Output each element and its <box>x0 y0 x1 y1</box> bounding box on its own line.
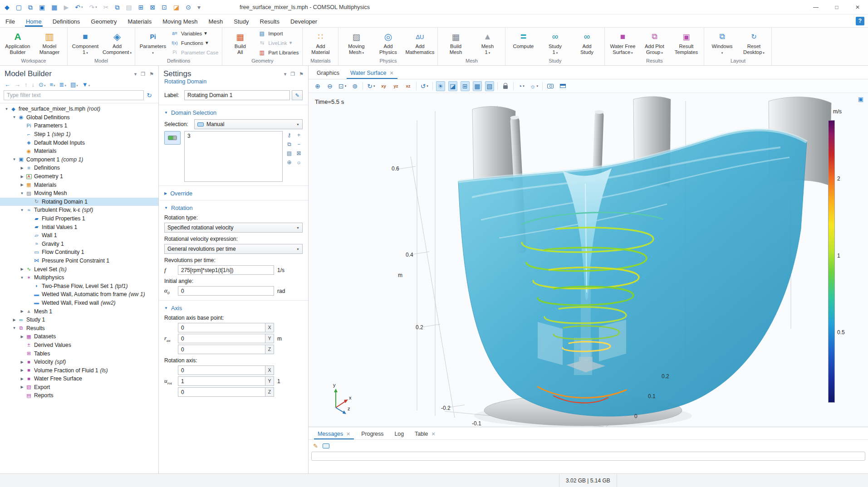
tab-moving-mesh[interactable]: Moving Mesh <box>157 16 203 26</box>
customize-icon[interactable]: ▾ <box>197 4 201 10</box>
move-down-icon[interactable]: ↓ <box>32 82 35 88</box>
tab-home[interactable]: Home <box>20 16 47 26</box>
paste-icon[interactable]: ▤ <box>287 150 292 156</box>
moving-mesh-button[interactable]: ▨MovingMesh ▾ <box>340 29 372 57</box>
tree-item-derived-values[interactable]: ±Derived Values <box>0 341 158 350</box>
activate-selection-toggle[interactable] <box>164 131 181 145</box>
save-as-icon[interactable]: ▦ <box>51 4 57 10</box>
copy-icon[interactable]: ⧉ <box>115 4 120 10</box>
section-axis[interactable]: ▼ Axis <box>164 305 303 312</box>
add-material-button[interactable]: ∷AddMaterial <box>304 29 336 57</box>
mesh-1-button[interactable]: ▲Mesh1 ▾ <box>471 29 503 57</box>
dock-tab-table[interactable]: Table✕ <box>409 429 441 439</box>
graphics-context-icon[interactable]: ▣ <box>858 96 863 102</box>
expand-icon[interactable]: ▶ <box>19 385 25 389</box>
tree-item-mesh-1[interactable]: ▶▲Mesh 1 <box>0 307 158 316</box>
back-icon[interactable]: ← <box>5 82 10 88</box>
expand-icon[interactable]: ▶ <box>11 318 17 322</box>
delete-icon[interactable]: ⊠ <box>150 4 155 10</box>
clear-icon[interactable]: ⊠ <box>296 150 301 156</box>
velocity-expression-dropdown[interactable]: General revolutions per time ▼ <box>164 244 303 254</box>
tree-item-reports[interactable]: ▤Reports <box>0 391 158 400</box>
maximize-button[interactable]: □ <box>826 0 847 15</box>
rotation-axis-field-z[interactable]: 0Z <box>178 387 274 397</box>
add-plot-group-button[interactable]: ⧉Add PlotGroup ▾ <box>638 29 670 57</box>
duplicate-icon[interactable]: ⊞ <box>138 4 144 10</box>
help-button[interactable]: ? <box>856 17 864 25</box>
initial-angle-field[interactable]: 0 <box>178 286 274 296</box>
tree-item-study-1[interactable]: ▶∞Study 1 <box>0 316 158 324</box>
graphics-tab-graphics[interactable]: Graphics <box>311 67 345 79</box>
zoom-extents-icon[interactable]: ⊚ <box>350 81 359 91</box>
tree-item-export[interactable]: ▶▧Export <box>0 383 158 392</box>
study-1-button[interactable]: ∞Study1 ▾ <box>539 29 571 57</box>
tree-item-rotating-domain-1[interactable]: ↻Rotating Domain 1 <box>0 198 158 206</box>
tree-item-two-phase-flow-level-set-1[interactable]: ◗Two-Phase Flow, Level Set 1(tpf1) <box>0 282 158 290</box>
xy-view-icon[interactable]: xy <box>379 81 388 91</box>
add-physics-button[interactable]: ◎AddPhysics <box>372 29 404 57</box>
tree-item-moving-mesh[interactable]: ▼▨Moving Mesh <box>0 189 158 198</box>
scene-settings-icon[interactable]: ☼▾ <box>529 81 539 91</box>
tree-item-flow-continuity-1[interactable]: ▭Flow Continuity 1 <box>0 248 158 257</box>
selection-dropdown[interactable]: Manual ▼ <box>194 119 303 129</box>
lock-icon[interactable] <box>501 81 510 91</box>
float-icon[interactable]: ❐ <box>141 71 145 77</box>
zoom-box-icon[interactable]: ⊡▾ <box>338 81 347 91</box>
tree-item-parameters-1[interactable]: PiParameters 1 <box>0 122 158 130</box>
zoom-out-icon[interactable]: ⊖ <box>325 81 334 91</box>
tree-item-step-1[interactable]: ⌐Step 1(step 1) <box>0 130 158 139</box>
tree-item-water-free-surface[interactable]: ▶■Water Free Surface <box>0 375 158 383</box>
minimize-button[interactable]: — <box>805 0 826 15</box>
save-icon[interactable]: ▣ <box>39 4 45 10</box>
expand-icon[interactable]: ▶ <box>19 175 25 179</box>
tree-item-wetted-wall-fixed-wall[interactable]: ▬Wetted Wall, Fixed wall(ww2) <box>0 299 158 307</box>
expand-icon[interactable]: ≡▾ <box>49 82 55 88</box>
tree-item-wall-1[interactable]: ▱Wall 1 <box>0 231 158 240</box>
collapse-icon[interactable]: ▼ <box>4 107 10 111</box>
rotation-axis-field-y[interactable]: 1Y <box>178 376 274 386</box>
tab-developer[interactable]: Developer <box>285 16 323 26</box>
section-rotation[interactable]: ▼ Rotation <box>164 205 303 211</box>
tree-item-velocity[interactable]: ▶■Velocity(spf) <box>0 358 158 366</box>
default-view-icon[interactable]: ↻▾ <box>366 81 376 91</box>
forward-icon[interactable]: → <box>15 82 20 88</box>
app-icon[interactable]: ◆ <box>5 4 10 10</box>
open-icon[interactable]: ⧉ <box>28 4 33 10</box>
tree-item-component-1[interactable]: ▼▣Component 1(comp 1) <box>0 156 158 164</box>
show-icon[interactable]: ⊙▾ <box>39 82 45 88</box>
expand-icon[interactable]: ▶ <box>19 309 25 313</box>
zoom-in-icon[interactable]: ⊕ <box>313 81 322 91</box>
tab-mesh[interactable]: Mesh <box>203 16 228 26</box>
expand-icon[interactable]: ▶ <box>19 267 25 271</box>
rotation-axis-base-point-field-z[interactable]: 0Z <box>178 345 274 354</box>
graphics-tab-water-surface[interactable]: Water Surface✕ <box>345 67 399 79</box>
print-icon[interactable] <box>558 81 567 91</box>
component-1-button[interactable]: ■Component1 ▾ <box>69 29 101 57</box>
dock-tab-messages[interactable]: Messages✕ <box>312 429 356 439</box>
follow-messages-icon[interactable]: ✎ <box>313 443 318 449</box>
label-field[interactable]: Rotating Domain 1 <box>184 90 290 100</box>
collapse-icon[interactable]: ▼ <box>19 276 25 280</box>
tree-item-pressure-point-constraint-1[interactable]: ⋈Pressure Point Constraint 1 <box>0 257 158 265</box>
snapshot-icon[interactable] <box>546 81 555 91</box>
windows--button[interactable]: ⧉Windows▾ <box>706 29 738 57</box>
import-button[interactable]: ▤Import <box>258 29 299 38</box>
close-tab-icon[interactable]: ✕ <box>346 431 350 437</box>
new-file-icon[interactable]: ▢ <box>16 4 22 10</box>
functions-button[interactable]: f(x)Functions▾ <box>171 39 218 47</box>
plot-settings-icon[interactable]: ▧ <box>485 81 494 91</box>
tree-item-materials[interactable]: ◉Materials <box>0 147 158 156</box>
reset-desktop-button[interactable]: ↻ResetDesktop ▾ <box>738 29 770 57</box>
compute--button[interactable]: =Compute <box>507 29 539 57</box>
expand-icon[interactable]: ▶ <box>19 377 25 381</box>
graphics-canvas[interactable]: Time=5.5 s ▣ 0.60.4m0.2-0.2-0.10.20.10 y… <box>309 93 868 427</box>
tree-item-default-model-inputs[interactable]: ◈Default Model Inputs <box>0 138 158 147</box>
yz-view-icon[interactable]: yz <box>392 81 401 91</box>
tab-definitions[interactable]: Definitions <box>47 16 86 26</box>
cut-icon[interactable]: ✂ <box>103 4 109 10</box>
transparency-icon[interactable]: ◪ <box>448 81 457 91</box>
tree-item-datasets[interactable]: ▶▦Datasets <box>0 332 158 341</box>
add-icon[interactable]: + <box>297 132 300 138</box>
add-component-button[interactable]: ◈AddComponent ▾ <box>101 29 133 57</box>
color-theme-icon[interactable]: ◔▾ <box>517 81 526 91</box>
